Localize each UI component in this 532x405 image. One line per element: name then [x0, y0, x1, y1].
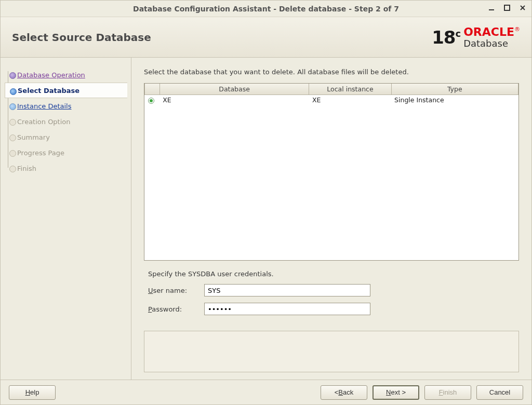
finish-button: Finish — [424, 385, 471, 400]
step-list: Database Operation Select Database Insta… — [5, 67, 127, 176]
maximize-button[interactable] — [501, 2, 513, 14]
next-button[interactable]: Next > — [373, 385, 419, 400]
col-type: Type — [391, 84, 518, 95]
col-select — [145, 84, 160, 95]
step-label[interactable]: Database Operation — [17, 71, 85, 79]
svg-rect-1 — [504, 5, 510, 10]
brand-product: Database — [463, 39, 520, 48]
brand-logo: 18c ORACLE® Database — [432, 26, 520, 48]
instruction-text: Select the database that you want to del… — [144, 68, 519, 76]
row-radio[interactable] — [148, 98, 154, 104]
table-empty-area — [144, 105, 518, 260]
window-controls — [486, 2, 528, 14]
cell-local-instance: XE — [309, 95, 391, 105]
svg-rect-0 — [489, 9, 494, 10]
footer: Help < Back Next > Finish Cancel — [1, 380, 531, 404]
step-label: Select Database — [18, 87, 79, 95]
table-row[interactable]: XE XE Single Instance — [145, 95, 518, 105]
credentials-section: Specify the SYSDBA user credentials. Use… — [144, 268, 519, 323]
step-label: Progress Page — [17, 149, 64, 157]
body: Database Operation Select Database Insta… — [1, 58, 531, 380]
help-button[interactable]: Help — [9, 385, 56, 400]
col-database: Database — [159, 84, 309, 95]
username-row: User name: — [148, 284, 515, 296]
step-summary: Summary — [5, 129, 127, 145]
titlebar: Database Configuration Assistant - Delet… — [1, 1, 531, 17]
step-label: Summary — [17, 133, 50, 141]
username-label: User name: — [148, 287, 198, 294]
brand-version: 18c — [432, 27, 460, 48]
page-title: Select Source Database — [12, 31, 151, 44]
brand-oracle: ORACLE® — [463, 26, 520, 38]
password-row: Password: — [148, 303, 515, 315]
window: Database Configuration Assistant - Delet… — [0, 0, 532, 405]
back-button[interactable]: < Back — [321, 385, 367, 400]
password-label: Password: — [148, 305, 198, 313]
database-table: Database Local instance Type XE XE Singl… — [144, 83, 519, 261]
step-select-database[interactable]: Select Database — [5, 83, 127, 98]
cancel-button[interactable]: Cancel — [476, 385, 523, 400]
col-local-instance: Local instance — [309, 84, 391, 95]
credentials-title: Specify the SYSDBA user credentials. — [148, 270, 515, 278]
step-creation-option: Creation Option — [5, 114, 127, 129]
cell-type: Single Instance — [391, 95, 518, 105]
step-finish: Finish — [5, 160, 127, 176]
close-button[interactable] — [517, 2, 528, 14]
window-title: Database Configuration Assistant - Delet… — [133, 5, 399, 13]
step-label[interactable]: Instance Details — [17, 102, 72, 110]
header: Select Source Database 18c ORACLE® Datab… — [1, 17, 531, 58]
step-instance-details[interactable]: Instance Details — [5, 98, 127, 114]
minimize-button[interactable] — [486, 2, 497, 14]
sidebar: Database Operation Select Database Insta… — [1, 58, 131, 380]
main-panel: Select the database that you want to del… — [131, 58, 531, 380]
step-progress-page: Progress Page — [5, 145, 127, 160]
step-database-operation[interactable]: Database Operation — [5, 67, 127, 83]
message-area — [144, 331, 519, 372]
step-label: Creation Option — [17, 118, 71, 126]
username-field[interactable] — [204, 284, 370, 296]
password-field[interactable] — [204, 303, 370, 315]
cell-database: XE — [159, 95, 309, 105]
step-label: Finish — [17, 165, 36, 172]
